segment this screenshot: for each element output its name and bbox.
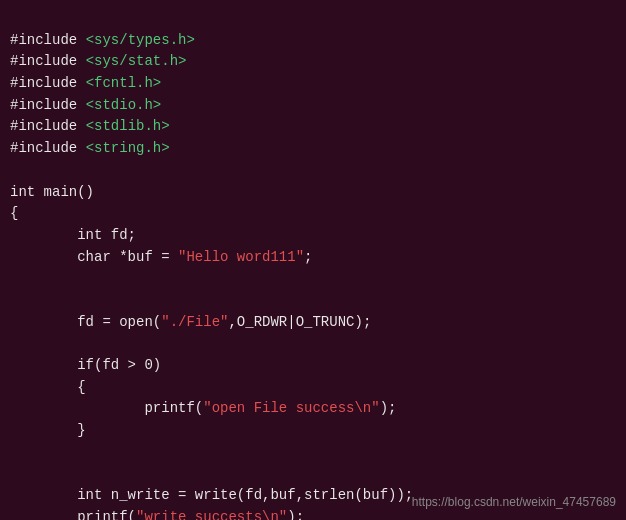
line-inc2: #include <sys/stat.h> (10, 53, 186, 69)
line-int-fd: int fd; (10, 227, 136, 243)
watermark: https://blog.csdn.net/weixin_47457689 (412, 493, 616, 512)
line-printf2: printf("write succests\n"); (10, 509, 304, 520)
line-open-call: fd = open("./File",O_RDWR|O_TRUNC); (10, 314, 371, 330)
line-if: if(fd > 0) (10, 357, 161, 373)
line-inc5: #include <stdlib.h> (10, 118, 170, 134)
line-open-brace: { (10, 205, 18, 221)
line-open-brace2: { (10, 379, 86, 395)
line-blank2 (10, 292, 18, 308)
line-char-buf: char *buf = "Hello word111"; (10, 249, 312, 265)
code-editor: #include <sys/types.h> #include <sys/sta… (10, 8, 616, 520)
line-inc3: #include <fcntl.h> (10, 75, 161, 91)
line-main: int main() (10, 184, 94, 200)
line-close-brace2: } (10, 422, 86, 438)
line-int-nwrite: int n_write = write(fd,buf,strlen(buf)); (10, 487, 413, 503)
line-inc1: #include <sys/types.h> (10, 32, 195, 48)
line-inc4: #include <stdio.h> (10, 97, 161, 113)
line-inc6: #include <string.h> (10, 140, 170, 156)
line-printf1: printf("open File success\n"); (10, 400, 396, 416)
line-blank5 (10, 465, 18, 481)
